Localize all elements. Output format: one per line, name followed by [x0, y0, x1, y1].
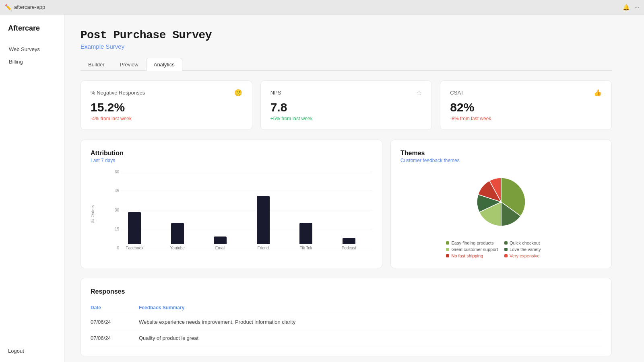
bar-friend: Friend — [244, 196, 283, 250]
bar-rect — [171, 223, 184, 244]
chart-inner: 60 45 30 15 — [98, 170, 372, 258]
bar-facebook: Facebook — [115, 212, 154, 250]
metric-card-nps: NPS ☆ 7.8 +5% from last week — [260, 80, 432, 130]
response-feedback: Website experience needs improvement, Pr… — [139, 314, 602, 330]
sidebar: Aftercare Web Surveys Billing Logout — [0, 0, 64, 362]
page-title: Post Purchase Survey — [80, 29, 612, 41]
topbar-actions: 🔔 ··· — [623, 4, 639, 10]
topbar-title: ✏️ aftercare-app — [5, 4, 45, 10]
response-date: 07/06/24 — [91, 330, 139, 346]
bell-icon[interactable]: 🔔 — [623, 4, 630, 10]
themes-card: Themes Customer feedback themes (functio… — [390, 140, 612, 268]
metric-change: +5% from last week — [270, 116, 422, 121]
bar-rect — [299, 223, 312, 244]
col-feedback: Feedback Summary — [139, 302, 602, 314]
metric-card-header: % Negative Responses 🙁 — [91, 89, 242, 97]
sidebar-brand: Aftercare — [0, 24, 64, 44]
col-date: Date — [91, 302, 139, 314]
table-row: 07/06/24 Website experience needs improv… — [91, 314, 602, 330]
legend-color — [504, 241, 508, 245]
legend-color — [504, 248, 508, 251]
table-row: 07/06/24 Quality of product is great — [91, 330, 602, 346]
themes-title: Themes — [400, 150, 602, 157]
bar-tiktok: Tik Tok — [287, 223, 326, 250]
metric-change: -8% from last week — [450, 116, 602, 121]
bar-email: Email — [201, 237, 240, 250]
metric-card-csat: CSAT 👍 82% -8% from last week — [440, 80, 612, 130]
sidebar-item-billing[interactable]: Billing — [5, 56, 59, 67]
bar-rect — [214, 237, 227, 244]
metric-label: % Negative Responses — [91, 90, 145, 96]
bar-label: Facebook — [126, 246, 143, 250]
pie-legend: Easy finding products Quick checkout Gre… — [446, 241, 556, 258]
legend-label: Easy finding products — [451, 241, 493, 245]
bars-container: Facebook Youtube Email — [111, 170, 372, 250]
metric-card-header: CSAT 👍 — [450, 89, 602, 97]
responses-table: Date Feedback Summary 07/06/24 Website e… — [91, 302, 602, 346]
response-feedback: Quality of product is great — [139, 330, 602, 346]
legend-item-easy: Easy finding products — [446, 241, 498, 245]
attribution-subtitle: Last 7 days — [91, 158, 372, 163]
topbar: ✏️ aftercare-app 🔔 ··· — [0, 0, 644, 14]
bar-youtube: Youtube — [158, 223, 197, 250]
bar-rect — [343, 238, 355, 244]
more-icon[interactable]: ··· — [634, 4, 639, 10]
metric-card-negative-responses: % Negative Responses 🙁 15.2% -4% from la… — [80, 80, 252, 130]
pie-chart — [469, 170, 533, 234]
response-date: 07/06/24 — [91, 314, 139, 330]
metric-value: 82% — [450, 101, 602, 114]
thumbs-up-icon: 👍 — [594, 89, 602, 97]
legend-item-checkout: Quick checkout — [504, 241, 556, 245]
metric-value: 15.2% — [91, 101, 242, 114]
tab-preview[interactable]: Preview — [112, 58, 146, 71]
bar-rect — [128, 212, 141, 244]
bar-label: Email — [215, 246, 225, 250]
legend-item-support: Great customer support — [446, 247, 498, 252]
legend-label: Very expensive — [510, 253, 540, 258]
responses-card: Responses Date Feedback Summary 07/06/24… — [80, 278, 612, 356]
sidebar-item-web-surveys[interactable]: Web Surveys — [5, 44, 59, 55]
tabs-bar: Builder Preview Analytics — [80, 58, 612, 71]
bar-chart: ## Orders 60 45 — [91, 170, 372, 258]
bar-label: Friend — [258, 246, 269, 250]
legend-label: Love the variety — [510, 247, 541, 252]
sidebar-footer: Logout — [0, 340, 64, 362]
metric-change: -4% from last week — [91, 116, 242, 121]
legend-item-variety: Love the variety — [504, 247, 556, 252]
attribution-title: Attribution — [91, 150, 372, 157]
legend-item-shipping: No fast shipping — [446, 253, 498, 258]
sad-icon: 🙁 — [234, 89, 242, 97]
bar-label: Youtube — [170, 246, 185, 250]
metric-value: 7.8 — [270, 101, 422, 114]
metric-cards: % Negative Responses 🙁 15.2% -4% from la… — [80, 80, 612, 130]
bar-label: Tik Tok — [300, 246, 312, 250]
y-axis-label: ## Orders — [91, 205, 95, 223]
tab-builder[interactable]: Builder — [80, 58, 112, 71]
legend-color — [446, 248, 449, 251]
legend-color — [446, 254, 449, 257]
legend-item-expensive: Very expensive — [504, 253, 556, 258]
themes-subtitle: Customer feedback themes — [400, 158, 602, 163]
tab-analytics[interactable]: Analytics — [146, 58, 182, 71]
attribution-card: Attribution Last 7 days ## Orders 60 45 — [80, 140, 382, 268]
main-content-area: Post Purchase Survey Example Survey Buil… — [64, 0, 644, 362]
legend-label: Quick checkout — [510, 241, 540, 245]
page-subtitle: Example Survey — [80, 43, 612, 50]
responses-title: Responses — [91, 288, 602, 295]
lower-section: Attribution Last 7 days ## Orders 60 45 — [80, 140, 612, 268]
legend-color — [446, 241, 449, 245]
app-name: aftercare-app — [14, 4, 45, 10]
metric-label: CSAT — [450, 90, 464, 96]
legend-label: Great customer support — [451, 247, 498, 252]
logout-button[interactable]: Logout — [8, 348, 56, 354]
star-icon: ☆ — [416, 89, 422, 97]
bar-label: Podcast — [342, 246, 356, 250]
sidebar-nav: Web Surveys Billing — [0, 44, 64, 340]
metric-label: NPS — [270, 90, 281, 96]
bar-podcast: Podcast — [330, 238, 369, 250]
legend-label: No fast shipping — [451, 253, 483, 258]
pencil-icon: ✏️ — [5, 4, 12, 10]
pie-chart-container: (function() { const svg = document.query… — [400, 170, 602, 258]
legend-color — [504, 254, 508, 257]
bar-rect — [257, 196, 270, 244]
